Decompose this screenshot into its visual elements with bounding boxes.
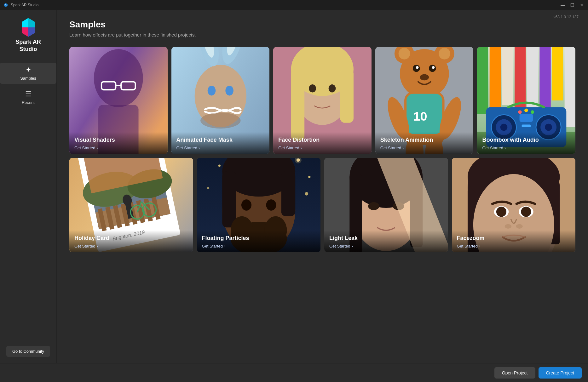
sidebar-item-recent[interactable]: ☰ Recent <box>0 87 56 108</box>
sample-card-facezoom[interactable]: Facezoom Get Started › <box>452 158 576 252</box>
svg-rect-24 <box>291 69 304 141</box>
sample-card-boombox-with-audio[interactable]: Boombox with Audio Get Started › <box>477 47 575 154</box>
svg-rect-51 <box>527 47 538 109</box>
sample-card-floating-particles[interactable]: Floating Particles Get Started › <box>197 158 321 252</box>
card-title-face-distortion: Face Distortion <box>278 136 366 144</box>
svg-point-20 <box>200 112 240 128</box>
samples-grid-row2: Brighton, 2019 Holiday Card Get Started … <box>69 158 575 252</box>
svg-rect-25 <box>340 69 354 123</box>
sample-card-holiday-card[interactable]: Brighton, 2019 Holiday Card Get Started … <box>69 158 193 252</box>
svg-marker-3 <box>28 27 35 37</box>
svg-rect-95 <box>281 171 295 216</box>
app-body: Spark AR Studio ✦ Samples ☰ Recent Go to… <box>0 10 588 363</box>
card-title-floating-particles: Floating Particles <box>202 235 316 242</box>
svg-point-100 <box>266 199 276 211</box>
svg-point-38 <box>432 66 435 69</box>
svg-rect-63 <box>520 114 533 122</box>
svg-marker-2 <box>28 18 35 27</box>
svg-point-65 <box>518 110 522 114</box>
sample-card-animated-face-mask[interactable]: Animated Face Mask Get Started › <box>171 47 270 154</box>
window-title: Spark AR Studio <box>11 3 38 7</box>
page-title: Samples <box>69 20 575 30</box>
card-overlay-skeleton-animation: Skeleton Animation Get Started › <box>375 132 474 154</box>
list-icon: ☰ <box>25 90 32 98</box>
minimize-button[interactable]: — <box>560 3 566 8</box>
version-tag: v68.1.0.12.137 <box>554 15 579 19</box>
card-title-animated-face: Animated Face Mask <box>176 136 265 144</box>
sidebar-bottom: Go to Community <box>0 339 56 363</box>
sidebar-item-samples[interactable]: ✦ Samples <box>0 63 56 84</box>
titlebar: S Spark AR Studio — ❐ ✕ <box>0 0 588 10</box>
svg-point-135 <box>504 224 511 229</box>
card-cta-animated-face: Get Started › <box>176 145 265 150</box>
svg-rect-49 <box>502 47 513 105</box>
svg-rect-64 <box>522 124 531 127</box>
card-overlay-visual-shaders: Visual Shaders Get Started › <box>69 132 168 154</box>
svg-point-34 <box>439 48 450 60</box>
card-overlay-boombox: Boombox with Audio Get Started › <box>477 132 575 154</box>
sample-card-skeleton-animation[interactable]: 10 Skeleton Animation Get Started › <box>375 47 474 154</box>
svg-point-18 <box>207 86 215 95</box>
app-icon: S <box>3 3 8 8</box>
svg-point-27 <box>329 84 336 92</box>
spark-ar-logo <box>17 16 39 38</box>
maximize-button[interactable]: ❐ <box>569 3 575 8</box>
svg-point-121 <box>368 202 379 210</box>
svg-rect-53 <box>552 47 563 100</box>
svg-rect-47 <box>477 47 488 114</box>
svg-point-62 <box>545 124 552 131</box>
sidebar: Spark AR Studio ✦ Samples ☰ Recent Go to… <box>0 10 57 363</box>
app-name: Spark AR Studio <box>15 38 41 53</box>
svg-point-99 <box>241 199 251 211</box>
card-title-visual-shaders: Visual Shaders <box>74 136 163 144</box>
card-title-facezoom: Facezoom <box>457 235 571 242</box>
open-project-button[interactable]: Open Project <box>494 367 535 379</box>
svg-point-109 <box>308 176 310 178</box>
card-overlay-animated-face: Animated Face Mask Get Started › <box>171 132 270 154</box>
card-cta-light-leak: Get Started › <box>329 244 443 248</box>
samples-grid-row1: Visual Shaders Get Started › <box>69 47 575 154</box>
svg-text:S: S <box>5 4 7 7</box>
go-to-community-button[interactable]: Go to Community <box>6 346 50 357</box>
card-overlay-holiday-card: Holiday Card Get Started › <box>69 230 193 252</box>
close-button[interactable]: ✕ <box>579 3 585 8</box>
sample-card-face-distortion[interactable]: Face Distortion Get Started › <box>273 47 372 154</box>
svg-point-134 <box>521 207 531 217</box>
page-subtitle: Learn how effects are put together in th… <box>69 32 575 37</box>
svg-point-111 <box>305 192 308 196</box>
main-content: v68.1.0.12.137 Samples Learn how effects… <box>57 10 588 363</box>
sample-card-light-leak[interactable]: Light Leak Get Started › <box>324 158 448 252</box>
bottom-bar: Open Project Create Project <box>0 363 588 382</box>
svg-point-37 <box>416 66 418 69</box>
card-cta-visual-shaders: Get Started › <box>74 145 163 150</box>
card-overlay-face-distortion: Face Distortion Get Started › <box>273 132 372 154</box>
sample-card-visual-shaders[interactable]: Visual Shaders Get Started › <box>69 47 168 154</box>
card-cta-facezoom: Get Started › <box>457 244 571 248</box>
card-title-boombox: Boombox with Audio <box>482 136 570 144</box>
svg-point-132 <box>496 207 506 217</box>
recent-label: Recent <box>22 100 35 105</box>
svg-point-136 <box>516 224 522 229</box>
svg-point-39 <box>420 74 429 80</box>
svg-point-67 <box>531 110 534 114</box>
card-title-light-leak: Light Leak <box>329 235 443 242</box>
svg-point-19 <box>225 86 233 95</box>
card-overlay-facezoom: Facezoom Get Started › <box>452 230 576 252</box>
card-title-holiday-card: Holiday Card <box>74 235 188 242</box>
svg-point-59 <box>500 124 508 131</box>
create-project-button[interactable]: Create Project <box>539 367 582 379</box>
svg-marker-5 <box>22 27 28 37</box>
sidebar-nav: ✦ Samples ☰ Recent <box>0 63 56 108</box>
card-title-skeleton-animation: Skeleton Animation <box>380 136 469 144</box>
card-cta-boombox: Get Started › <box>482 145 570 150</box>
svg-point-105 <box>218 165 220 167</box>
svg-marker-4 <box>22 18 28 27</box>
svg-point-32 <box>398 48 410 60</box>
window-controls: — ❐ ✕ <box>560 3 585 8</box>
svg-text:10: 10 <box>413 109 427 123</box>
card-cta-face-distortion: Get Started › <box>278 145 366 150</box>
card-cta-floating-particles: Get Started › <box>202 244 316 248</box>
svg-point-26 <box>309 84 316 92</box>
sparkles-icon: ✦ <box>26 66 31 74</box>
card-overlay-light-leak: Light Leak Get Started › <box>324 230 448 252</box>
